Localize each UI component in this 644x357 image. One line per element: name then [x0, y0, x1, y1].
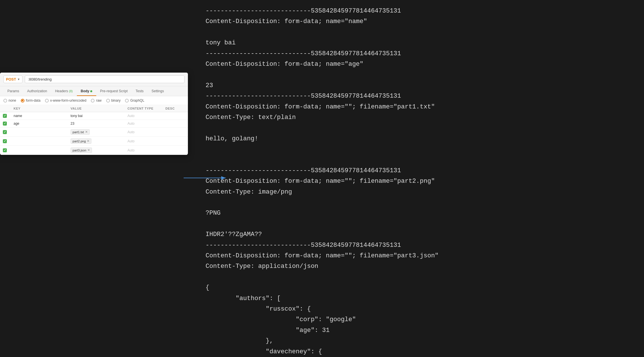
tab-tests[interactable]: Tests	[132, 86, 147, 96]
row-key-cell[interactable]	[11, 128, 68, 137]
row-checkbox[interactable]	[3, 122, 7, 126]
row-checkbox-cell[interactable]	[0, 146, 11, 155]
row-content-type-cell[interactable]: Auto	[125, 120, 163, 128]
table-row: part2.png ✕ Auto	[0, 137, 188, 146]
row-checkbox[interactable]	[3, 139, 7, 143]
row-value-cell[interactable]: tony bai	[68, 112, 125, 120]
col-desc-header: DESC	[163, 105, 188, 112]
row-value-cell[interactable]: part2.png ✕	[68, 137, 125, 146]
body-type-selector: none form-data x-www-form-urlencoded raw…	[0, 96, 188, 105]
remove-file-icon[interactable]: ✕	[85, 130, 88, 134]
radio-raw[interactable]: raw	[91, 99, 101, 102]
radio-none-circle	[3, 99, 7, 102]
table-row: name tony bai Auto	[0, 112, 188, 120]
method-label: POST	[6, 77, 16, 81]
remove-file-icon[interactable]: ✕	[87, 148, 90, 152]
tab-body[interactable]: Body	[77, 86, 96, 96]
radio-urlencoded-circle	[45, 99, 49, 102]
form-data-table: KEY VALUE CONTENT TYPE DESC	[0, 105, 188, 155]
table-row: part3.json ✕ Auto	[0, 146, 188, 155]
row-checkbox[interactable]	[3, 148, 7, 152]
tab-settings[interactable]: Settings	[147, 86, 168, 96]
radio-binary[interactable]: binary	[106, 99, 121, 102]
row-checkbox[interactable]	[3, 130, 7, 134]
row-checkbox-cell[interactable]	[0, 112, 11, 120]
postman-panel: POST ▼ Params Authorization Headers (8) …	[0, 73, 188, 155]
row-key-cell[interactable]	[11, 137, 68, 146]
col-checkbox	[0, 105, 11, 112]
row-content-type-cell[interactable]: Auto	[125, 128, 163, 137]
tabs-bar: Params Authorization Headers (8) Body Pr…	[0, 86, 188, 96]
row-checkbox-cell[interactable]	[0, 128, 11, 137]
row-content-type-cell[interactable]: Auto	[125, 137, 163, 146]
radio-graphql-circle	[125, 99, 129, 102]
method-select[interactable]: POST ▼	[3, 75, 22, 83]
radio-form-data-circle	[21, 99, 24, 102]
file-tag: part3.json ✕	[71, 147, 92, 153]
row-key-cell[interactable]	[11, 146, 68, 155]
row-desc-cell[interactable]	[163, 112, 188, 120]
col-content-type-header: CONTENT TYPE	[125, 105, 163, 112]
col-value-header: VALUE	[68, 105, 125, 112]
file-tag: part2.png ✕	[71, 138, 91, 144]
tab-params[interactable]: Params	[3, 86, 23, 96]
row-value-cell[interactable]: 23	[68, 120, 125, 128]
url-bar: POST ▼	[0, 73, 188, 86]
remove-file-icon[interactable]: ✕	[87, 139, 89, 143]
url-input[interactable]	[25, 75, 184, 83]
row-checkbox-cell[interactable]	[0, 120, 11, 128]
radio-urlencoded[interactable]: x-www-form-urlencoded	[45, 99, 86, 102]
table-row: age 23 Auto	[0, 120, 188, 128]
row-key-cell[interactable]: name	[11, 112, 68, 120]
row-desc-cell[interactable]	[163, 146, 188, 155]
tab-authorization[interactable]: Authorization	[23, 86, 51, 96]
dropdown-arrow-icon: ▼	[17, 78, 20, 81]
radio-none[interactable]: none	[3, 99, 16, 102]
row-checkbox[interactable]	[3, 114, 7, 118]
file-tag: part1.txt ✕	[71, 129, 90, 135]
terminal-panel: ----------------------------535842845977…	[194, 0, 644, 357]
row-value-cell[interactable]: part3.json ✕	[68, 146, 125, 155]
row-desc-cell[interactable]	[163, 120, 188, 128]
terminal-output: ----------------------------535842845977…	[206, 6, 633, 357]
row-desc-cell[interactable]	[163, 137, 188, 146]
arrow-connector	[184, 174, 229, 182]
row-key-cell[interactable]: age	[11, 120, 68, 128]
tab-pre-request[interactable]: Pre-request Script	[96, 86, 132, 96]
table-row: part1.txt ✕ Auto	[0, 128, 188, 137]
col-key-header: KEY	[11, 105, 68, 112]
row-content-type-cell[interactable]: Auto	[125, 146, 163, 155]
row-checkbox-cell[interactable]	[0, 137, 11, 146]
body-dot-indicator	[90, 90, 92, 92]
radio-raw-circle	[91, 99, 95, 102]
radio-graphql[interactable]: GraphQL	[125, 99, 144, 102]
radio-form-data[interactable]: form-data	[21, 99, 40, 102]
row-content-type-cell[interactable]: Auto	[125, 112, 163, 120]
row-desc-cell[interactable]	[163, 128, 188, 137]
radio-binary-circle	[106, 99, 110, 102]
row-value-cell[interactable]: part1.txt ✕	[68, 128, 125, 137]
tab-headers[interactable]: Headers (8)	[51, 86, 77, 96]
